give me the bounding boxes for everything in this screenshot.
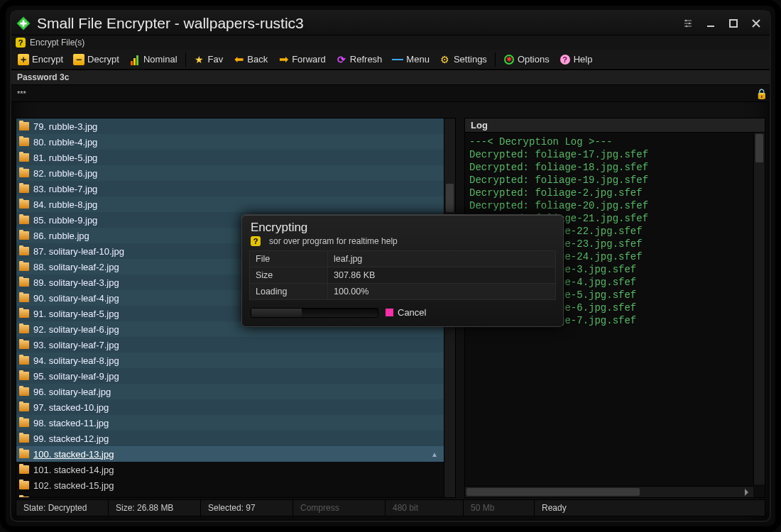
minimize-button[interactable] bbox=[701, 16, 720, 31]
password-input[interactable]: *** bbox=[11, 88, 753, 99]
settings-label: Settings bbox=[454, 54, 487, 65]
file-row[interactable]: 102. stacked-15.jpg bbox=[16, 477, 444, 493]
file-row[interactable]: 94. solitary-leaf-8.jpg bbox=[16, 353, 444, 368]
minus-icon: − bbox=[73, 54, 84, 65]
dialog-file-value: leaf.jpg bbox=[328, 251, 556, 267]
star-icon: ★ bbox=[194, 54, 205, 65]
options-icon: ✱ bbox=[503, 54, 515, 65]
folder-icon bbox=[19, 247, 29, 255]
folder-icon bbox=[19, 278, 29, 287]
hint-bar: ? Encrypt File(s) bbox=[11, 35, 770, 50]
file-name: 101. stacked-14.jpg bbox=[33, 465, 114, 475]
file-row[interactable]: 95. solitary-leaf-9.jpg bbox=[16, 368, 444, 384]
folder-icon bbox=[19, 481, 29, 489]
status-bar: State: Decrypted Size: 26.88 MB Selected… bbox=[16, 499, 765, 516]
scrollbar-thumb[interactable] bbox=[755, 134, 763, 162]
svg-point-5 bbox=[686, 25, 687, 26]
folder-icon bbox=[19, 231, 29, 240]
file-row[interactable]: 96. solitary-leaf.jpg bbox=[16, 384, 444, 399]
folder-icon bbox=[19, 216, 29, 224]
menu-label: Menu bbox=[406, 54, 430, 65]
dialog-loading-label: Loading bbox=[250, 284, 328, 300]
close-button[interactable] bbox=[747, 16, 765, 31]
dialog-progress-row: Cancel bbox=[242, 300, 563, 326]
folder-icon bbox=[19, 309, 29, 318]
progress-fill bbox=[251, 309, 302, 317]
folder-icon bbox=[19, 419, 29, 427]
file-row[interactable]: 93. solitary-leaf-7.jpg bbox=[16, 337, 444, 353]
settings-button[interactable]: ⚙Settings bbox=[435, 52, 491, 67]
lock-icon[interactable]: 🔒 bbox=[753, 85, 770, 102]
decrypt-button[interactable]: −Decrypt bbox=[69, 52, 124, 67]
folder-icon bbox=[19, 138, 29, 146]
hint-icon: ? bbox=[16, 38, 26, 48]
file-row[interactable]: 83. rubble-7.jpg bbox=[16, 181, 444, 196]
file-row[interactable]: 103. stacked-16.jpg bbox=[16, 493, 444, 497]
folder-icon bbox=[19, 465, 29, 474]
file-name: 92. solitary-leaf-6.jpg bbox=[33, 324, 119, 335]
options-button[interactable]: ✱Options bbox=[499, 52, 554, 67]
nominal-label: Nominal bbox=[143, 54, 178, 65]
file-row[interactable]: 100. stacked-13.jpg▲ bbox=[16, 446, 444, 462]
refresh-button[interactable]: ⟳Refresh bbox=[332, 52, 387, 67]
file-name: 103. stacked-16.jpg bbox=[33, 496, 114, 498]
folder-icon bbox=[19, 122, 29, 131]
file-name: 102. stacked-15.jpg bbox=[33, 480, 114, 491]
file-name: 98. stacked-11.jpg bbox=[33, 418, 109, 428]
status-ready: Ready bbox=[535, 500, 765, 516]
help-button[interactable]: ?Help bbox=[555, 52, 597, 67]
file-name: 95. solitary-leaf-9.jpg bbox=[33, 371, 119, 382]
back-button[interactable]: ⬅Back bbox=[229, 52, 272, 67]
gear-icon: ⚙ bbox=[439, 54, 451, 65]
window-settings-icon[interactable] bbox=[679, 16, 697, 31]
folder-icon bbox=[19, 325, 29, 333]
menu-button[interactable]: Menu bbox=[388, 52, 434, 67]
file-name: 86. rubble.jpg bbox=[33, 231, 89, 241]
status-selected: Selected: 97 bbox=[201, 500, 293, 516]
file-row[interactable]: 98. stacked-11.jpg bbox=[16, 415, 444, 431]
file-name: 88. solitary-leaf-2.jpg bbox=[33, 262, 119, 272]
cancel-label: Cancel bbox=[398, 307, 426, 318]
status-chunk[interactable]: 50 Mb bbox=[464, 500, 535, 516]
maximize-button[interactable] bbox=[724, 16, 743, 31]
bars-icon bbox=[129, 54, 141, 65]
file-row[interactable]: 84. rubble-8.jpg bbox=[16, 196, 444, 212]
folder-icon bbox=[19, 200, 29, 209]
file-row[interactable]: 80. rubble-4.jpg bbox=[16, 134, 444, 150]
arrow-right-icon: ➡ bbox=[278, 54, 289, 65]
file-row[interactable]: 101. stacked-14.jpg bbox=[16, 462, 444, 477]
file-name: 82. rubble-6.jpg bbox=[33, 168, 97, 179]
dialog-title: Encrypting bbox=[242, 215, 563, 236]
file-row[interactable]: 79. rubble-3.jpg bbox=[16, 118, 444, 134]
status-state: State: Decrypted bbox=[16, 500, 109, 516]
status-compress[interactable]: Compress bbox=[293, 500, 386, 516]
file-name: 91. solitary-leaf-5.jpg bbox=[33, 309, 119, 319]
progress-bar bbox=[251, 308, 378, 318]
folder-icon bbox=[19, 372, 29, 380]
folder-icon bbox=[19, 403, 29, 411]
scrollbar-thumb[interactable] bbox=[466, 488, 640, 496]
caret-icon: ▲ bbox=[431, 450, 438, 458]
forward-button[interactable]: ➡Forward bbox=[273, 52, 330, 67]
folder-icon bbox=[19, 434, 29, 443]
cancel-button[interactable]: Cancel bbox=[386, 307, 426, 318]
encrypting-dialog: Encrypting ? sor over program for realti… bbox=[241, 214, 564, 327]
dialog-hint-row: ? sor over program for realtime help bbox=[242, 236, 563, 250]
svg-point-3 bbox=[685, 19, 687, 21]
status-bits[interactable]: 480 bit bbox=[386, 500, 464, 516]
fav-button[interactable]: ★Fav bbox=[190, 52, 228, 67]
file-row[interactable]: 81. rubble-5.jpg bbox=[16, 150, 444, 165]
dialog-loading-value: 100.00% bbox=[328, 284, 556, 300]
encrypt-button[interactable]: +Encrypt bbox=[13, 52, 67, 67]
password-row: *** 🔒 bbox=[11, 85, 770, 102]
folder-icon bbox=[19, 184, 29, 193]
scrollbar-thumb[interactable] bbox=[446, 184, 454, 212]
file-row[interactable]: 82. rubble-6.jpg bbox=[16, 165, 444, 181]
log-scrollbar-horizontal[interactable] bbox=[465, 486, 753, 497]
nominal-button[interactable]: Nominal bbox=[125, 52, 182, 67]
log-scrollbar-vertical[interactable] bbox=[753, 133, 765, 484]
file-row[interactable]: 97. stacked-10.jpg bbox=[16, 399, 444, 415]
file-row[interactable]: 99. stacked-12.jpg bbox=[16, 431, 444, 446]
dialog-hint-text: sor over program for realtime help bbox=[269, 236, 398, 246]
folder-icon bbox=[19, 294, 29, 302]
